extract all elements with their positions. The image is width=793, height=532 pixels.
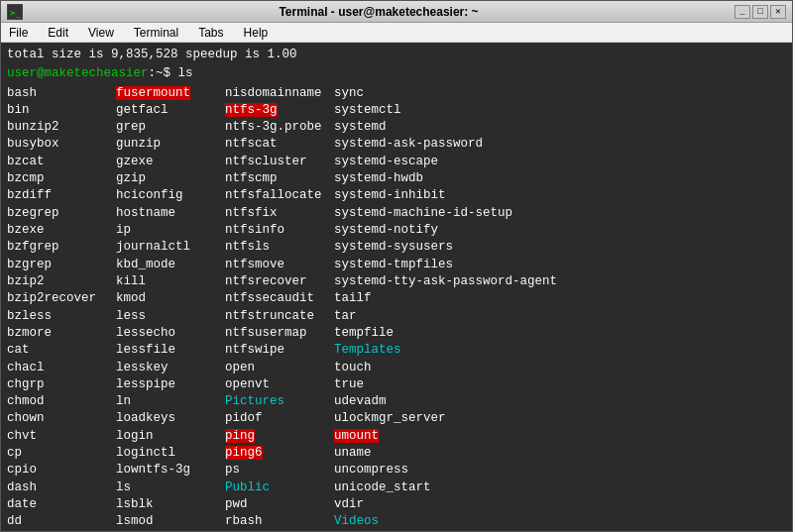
col4-systemd-ask-password: systemd-ask-password — [334, 136, 786, 153]
col1-bzless: bzless — [7, 308, 116, 325]
col1-bzfgrep: bzfgrep — [7, 239, 116, 256]
col2-lessecho: lessecho — [116, 325, 225, 342]
col3-Public: Public — [225, 479, 334, 496]
col2-ln: ln — [116, 393, 225, 410]
terminal-body[interactable]: total size is 9,835,528 speedup is 1.00 … — [1, 43, 792, 531]
col1-bzegrep: bzegrep — [7, 205, 116, 222]
col3-ntfsinfo: ntfsinfo — [225, 222, 334, 239]
col1-cpio: cpio — [7, 462, 116, 479]
titlebar: >_ Terminal - user@maketecheasier: ~ _ □… — [1, 1, 792, 23]
col2-less: less — [116, 308, 225, 325]
col4-systemd-hwdb: systemd-hwdb — [334, 170, 786, 187]
menu-tabs[interactable]: Tabs — [194, 26, 227, 40]
col2-lsmod: lsmod — [116, 513, 225, 530]
col3-openvt: openvt — [225, 376, 334, 393]
col2-hciconfig: hciconfig — [116, 187, 225, 204]
col4-uname: uname — [334, 445, 786, 462]
col3-ntfssecaudit: ntfssecaudit — [225, 290, 334, 307]
col4-Videos: Videos — [334, 513, 786, 530]
col4-touch: touch — [334, 360, 786, 376]
col2-kmod: kmod — [116, 290, 225, 307]
col3-ntfsfallocate: ntfsfallocate — [225, 187, 334, 204]
col4-systemd: systemd — [334, 119, 786, 136]
col3-ping6: ping6 — [225, 445, 334, 462]
col2-hostname: hostname — [116, 205, 225, 222]
col3-nisdomainname: nisdomainname — [225, 85, 334, 102]
col2-gzip: gzip — [116, 170, 225, 187]
col1-chacl: chacl — [7, 360, 116, 376]
col4-true: true — [334, 376, 786, 393]
col2-gunzip: gunzip — [116, 136, 225, 153]
col3-ntfscat: ntfscat — [225, 136, 334, 153]
col1-busybox: busybox — [7, 136, 116, 153]
terminal-window: >_ Terminal - user@maketecheasier: ~ _ □… — [0, 0, 793, 532]
col3-ntfsmove: ntfsmove — [225, 257, 334, 273]
menu-terminal[interactable]: Terminal — [130, 26, 182, 40]
col2-lesspipe: lesspipe — [116, 376, 225, 393]
header-line: total size is 9,835,528 speedup is 1.00 — [7, 47, 786, 63]
col2-ip: ip — [116, 222, 225, 239]
col1-cp: cp — [7, 445, 116, 462]
col3-Pictures: Pictures — [225, 393, 334, 410]
col3-ntfscmp: ntfscmp — [225, 170, 334, 187]
col1-bzip2: bzip2 — [7, 273, 116, 290]
col3-ntfsrecover: ntfsrecover — [225, 273, 334, 290]
col1-bzdiff: bzdiff — [7, 187, 116, 204]
col2-kill: kill — [116, 273, 225, 290]
col2-ls: ls — [116, 479, 225, 496]
maximize-button[interactable]: □ — [752, 5, 768, 19]
col1-cat: cat — [7, 342, 116, 359]
close-button[interactable]: ✕ — [770, 5, 786, 19]
col4-systemctl: systemctl — [334, 102, 786, 119]
col4-systemd-sysusers: systemd-sysusers — [334, 239, 786, 256]
col1-dash: dash — [7, 479, 116, 496]
col4-systemd-tty-ask: systemd-tty-ask-password-agent — [334, 273, 786, 290]
col2-gzexe: gzexe — [116, 154, 225, 170]
col1-bzcat: bzcat — [7, 154, 116, 170]
menu-help[interactable]: Help — [240, 26, 273, 40]
col4-tempfile: tempfile — [334, 325, 786, 342]
col1-bzgrep: bzgrep — [7, 257, 116, 273]
col2-lowntfs3g: lowntfs-3g — [116, 462, 225, 479]
col1-bash: bash — [7, 85, 116, 102]
app-icon: >_ — [7, 4, 23, 20]
minimize-button[interactable]: _ — [735, 5, 750, 19]
col4-uncompress: uncompress — [334, 462, 786, 479]
window-controls: _ □ ✕ — [735, 5, 786, 19]
col1-chmod: chmod — [7, 393, 116, 410]
col1-chgrp: chgrp — [7, 376, 116, 393]
col1-bin: bin — [7, 102, 116, 119]
col3-ntfsusermap: ntfsusermap — [225, 325, 334, 342]
col1-bunzip2: bunzip2 — [7, 119, 116, 136]
col3-ps: ps — [225, 462, 334, 479]
col2-fusermount: fusermount — [116, 85, 225, 102]
col2-grep: grep — [116, 119, 225, 136]
col2-getfacl: getfacl — [116, 102, 225, 119]
col4-sync: sync — [334, 85, 786, 102]
ls-output: bash fusermount nisdomainname sync bin g… — [7, 85, 786, 532]
col3-ntfscluster: ntfscluster — [225, 154, 334, 170]
col3-ntfswipe: ntfswipe — [225, 342, 334, 359]
col3-ntfsls: ntfsls — [225, 239, 334, 256]
col4-unicode-start: unicode_start — [334, 479, 786, 496]
col4-systemd-notify: systemd-notify — [334, 222, 786, 239]
svg-text:>_: >_ — [10, 8, 21, 18]
col3-rbash: rbash — [225, 513, 334, 530]
col4-ulockmgr-server: ulockmgr_server — [334, 410, 786, 427]
col3-ntfsfix: ntfsfix — [225, 205, 334, 222]
col1-dd: dd — [7, 513, 116, 530]
col2-lessfile: lessfile — [116, 342, 225, 359]
col2-journalctl: journalctl — [116, 239, 225, 256]
col2-kbd-mode: kbd_mode — [116, 257, 225, 273]
col3-pwd: pwd — [225, 496, 334, 513]
col1-bzip2recover: bzip2recover — [7, 290, 116, 307]
col2-loginctl: loginctl — [116, 445, 225, 462]
col3-ping: ping — [225, 428, 334, 445]
col3-ntfs3g-probe: ntfs-3g.probe — [225, 119, 334, 136]
menu-edit[interactable]: Edit — [44, 26, 72, 40]
col4-systemd-escape: systemd-escape — [334, 154, 786, 170]
menu-file[interactable]: File — [5, 26, 32, 40]
menu-view[interactable]: View — [84, 26, 118, 40]
col4-vdir: vdir — [334, 496, 786, 513]
col4-systemd-inhibit: systemd-inhibit — [334, 187, 786, 204]
